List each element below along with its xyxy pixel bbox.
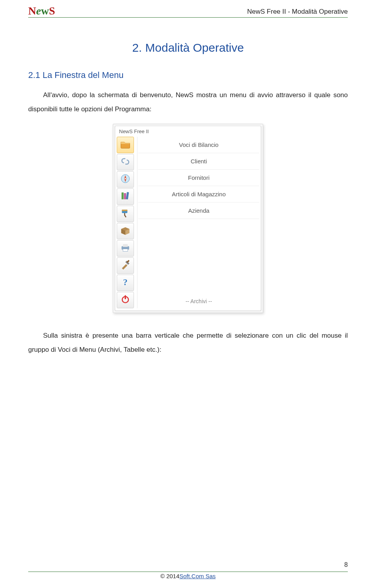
sidebar-btn-box[interactable]	[117, 223, 134, 239]
link-icon	[120, 156, 131, 168]
page-number: 8	[344, 561, 348, 568]
paragraph-1: All'avvio, dopo la schermata di benvenut…	[28, 88, 348, 116]
folder-icon	[120, 139, 131, 151]
app-window: NewS Free II	[115, 126, 261, 311]
sidebar-btn-link[interactable]	[117, 154, 134, 170]
menu-group-label: -- Archivi --	[138, 293, 259, 308]
menu-item[interactable]: Clienti	[138, 153, 259, 170]
sidebar-btn-help[interactable]: ?	[117, 275, 134, 291]
sidebar-btn-printer[interactable]	[117, 240, 134, 257]
footer-link[interactable]: Soft.Com Sas	[179, 573, 216, 579]
chapter-title: 2. Modalità Operative	[28, 41, 348, 54]
power-icon	[120, 294, 131, 306]
compass-icon	[120, 173, 131, 186]
svg-rect-3	[124, 193, 126, 199]
screenshot-figure: NewS Free II	[28, 124, 348, 313]
menu-panel: Voci di Bilancio Clienti Fornitori Artic…	[137, 137, 259, 308]
sidebar-btn-brush[interactable]	[117, 206, 134, 222]
help-icon: ?	[120, 277, 131, 289]
menu-item[interactable]: Articoli di Magazzino	[138, 186, 259, 203]
sidebar-btn-power[interactable]	[117, 292, 134, 308]
copyright-text: © 2014	[160, 573, 179, 579]
svg-rect-6	[122, 210, 127, 212]
svg-point-1	[125, 178, 126, 180]
svg-text:?: ?	[123, 277, 127, 287]
window-title: NewS Free II	[115, 126, 261, 136]
section-title: 2.1 La Finestra del Menu	[28, 70, 348, 80]
sidebar-btn-books[interactable]	[117, 188, 134, 205]
sidebar-btn-archivi[interactable]	[117, 137, 134, 153]
sidebar: ?	[117, 137, 136, 308]
brush-icon	[120, 208, 131, 220]
books-icon	[120, 190, 131, 203]
menu-item[interactable]: Voci di Bilancio	[138, 137, 259, 153]
svg-rect-8	[123, 244, 128, 247]
box-icon	[120, 225, 131, 237]
svg-rect-4	[126, 192, 129, 199]
tools-icon	[120, 259, 131, 272]
svg-rect-13	[125, 295, 126, 300]
menu-item[interactable]: Fornitori	[138, 170, 259, 186]
logo: NewS	[28, 5, 55, 17]
menu-item[interactable]: Azienda	[138, 203, 259, 219]
sidebar-btn-tools[interactable]	[117, 257, 134, 274]
svg-rect-9	[123, 249, 128, 251]
sidebar-btn-compass[interactable]	[117, 171, 134, 188]
page-footer: © 2014 Soft.Com Sas	[28, 572, 348, 579]
svg-rect-2	[121, 193, 123, 200]
printer-icon	[120, 242, 131, 255]
paragraph-1-text: All'avvio, dopo la schermata di benvenut…	[28, 91, 348, 113]
doc-title: NewS Free II - Modalità Operative	[247, 8, 348, 17]
page-header: NewS NewS Free II - Modalità Operative	[28, 0, 348, 18]
paragraph-2: Sulla sinistra è presente una barra vert…	[28, 329, 348, 356]
paragraph-2-text: Sulla sinistra è presente una barra vert…	[28, 332, 348, 353]
